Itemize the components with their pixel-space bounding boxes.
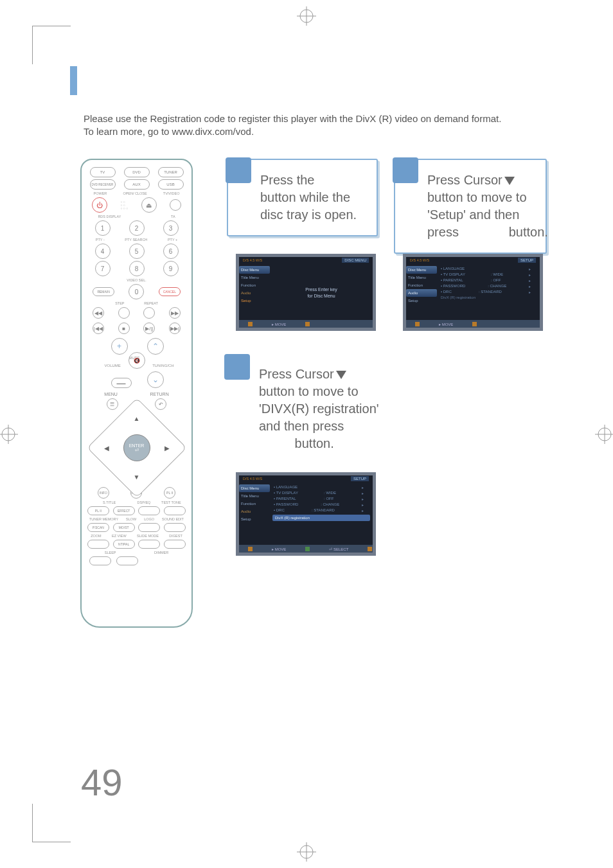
rewind-icon: ◀◀: [93, 307, 104, 319]
osd-screenshot-2: D/S 4.5 W/S SETUP Disc Menu Title Menu F…: [403, 254, 543, 331]
remote-btn-tuner: TUNER: [158, 167, 184, 177]
crop-mark-top-left: [32, 26, 71, 64]
remote-control-illustration: TV DVD TUNER DVD RECEIVER AUX USB POWERO…: [80, 159, 193, 628]
eject-icon: ⏏: [141, 197, 157, 213]
step-3-line-3: 'DIVX(R) registration': [259, 402, 379, 416]
prev-icon: |◀◀: [93, 323, 104, 334]
volume-up-icon: +: [111, 338, 128, 355]
arrow-left-icon: ◀: [104, 445, 109, 452]
menu-icon: ☰: [107, 398, 118, 410]
remote-btn-tv: TV: [90, 167, 116, 177]
step-2-box: Press Cursor button to move to 'Setup' a…: [394, 159, 547, 254]
footer-marker-icon: [305, 322, 310, 326]
tuning-up-icon: ⌃: [147, 338, 164, 355]
step-2-line-4a: press: [427, 225, 459, 239]
section-accent-bar: [70, 66, 77, 95]
arrow-down-icon: ▼: [134, 474, 140, 481]
footer-marker-icon: [248, 322, 253, 326]
enter-icon: ⏎: [135, 448, 139, 453]
registration-mark-left: [0, 425, 18, 444]
step-1-badge: [226, 157, 251, 183]
volume-down-icon: —: [111, 378, 132, 388]
step-3-line-5: button.: [295, 436, 334, 450]
registration-mark-top: [297, 6, 316, 26]
remote-btn-pl2: PL II: [164, 487, 175, 499]
osd-screenshot-3: D/S 4.5 W/S SETUP Disc Menu Title Menu F…: [236, 472, 376, 556]
d-pad: ▲ ▼ ◀ ▶ ENTER ⏎: [102, 412, 172, 483]
step-3-badge: [224, 354, 250, 380]
intro-text: Please use the Registration code to regi…: [84, 112, 546, 139]
registration-mark-right: [595, 425, 613, 444]
stop-icon: ■: [118, 323, 130, 334]
fastforward-icon: ▶▶: [169, 307, 181, 319]
crop-mark-bottom-left: [32, 804, 71, 842]
return-icon: ↶: [155, 398, 166, 410]
registration-mark-bottom: [297, 842, 316, 862]
step-3-box: Press Cursor button to move to 'DIVX(R) …: [227, 357, 394, 461]
step-2-badge: [393, 157, 418, 183]
step-2-line-2: button to move to: [427, 190, 527, 204]
power-icon: ⏻: [92, 197, 107, 213]
step-1-line-1: Press the: [260, 173, 314, 187]
step-1-box: Press the button while the disc tray is …: [227, 159, 378, 236]
cursor-down-icon: [504, 177, 515, 185]
play-pause-icon: ▶/||: [143, 323, 155, 334]
step-3-line-4: and then press: [259, 419, 344, 433]
remote-btn-info: INFO: [98, 487, 109, 499]
arrow-up-icon: ▲: [134, 415, 140, 422]
step-3-line-2: button to move to: [259, 384, 359, 398]
step-1-line-3: disc tray is open.: [260, 208, 357, 222]
step-2-line-1: Press Cursor: [427, 173, 502, 187]
remote-btn-dvd: DVD: [124, 167, 150, 177]
cursor-down-icon: [336, 371, 346, 379]
step-2-line-3: 'Setup' and then: [427, 208, 519, 222]
enter-button: ENTER ⏎: [123, 434, 150, 461]
page-number: 49: [81, 761, 123, 804]
step-2-line-4b: button.: [509, 225, 548, 239]
remote-btn-dvdreceiver: DVD RECEIVER: [90, 179, 116, 190]
intro-line-1: Please use the Registration code to regi…: [84, 113, 501, 124]
remote-btn-usb: USB: [158, 179, 184, 190]
intro-line-2: To learn more, go to www.divx.com/vod.: [84, 126, 254, 137]
mute-icon: 🔇: [129, 352, 145, 369]
tuning-down-icon: ⌄: [147, 371, 164, 388]
remote-btn-aux: AUX: [124, 179, 150, 190]
next-icon: ▶▶|: [169, 323, 181, 334]
arrow-right-icon: ▶: [164, 445, 170, 452]
step-1-line-2: button while the: [260, 190, 350, 204]
step-3-line-1: Press Cursor: [259, 367, 334, 381]
osd-screenshot-1: D/S 4.5 W/S DISC MENU Disc Menu Title Me…: [236, 254, 376, 331]
remote-btn-tvvideo: [170, 199, 181, 211]
